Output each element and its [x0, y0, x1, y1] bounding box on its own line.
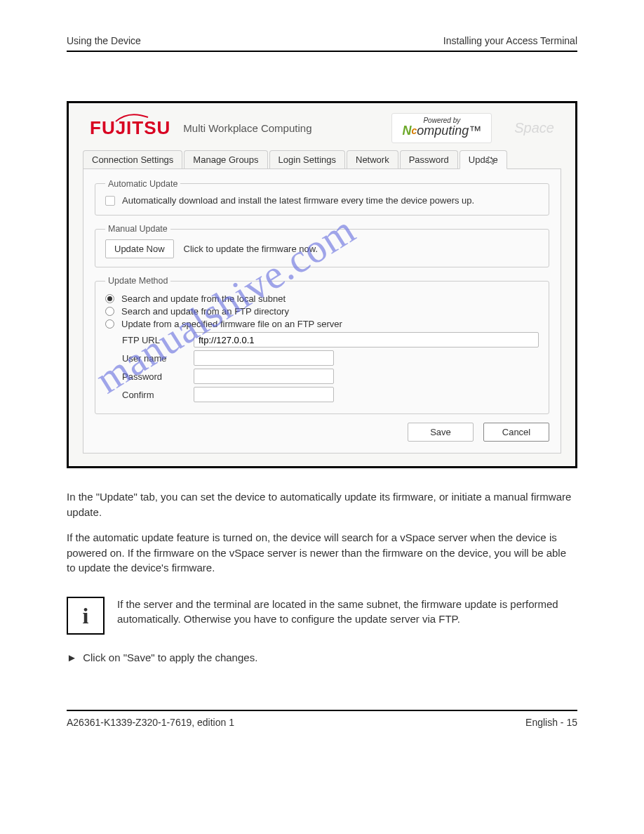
radio-ftp-file-label: Update from a specified firmware file on…	[121, 319, 342, 329]
footer-rule	[67, 710, 577, 711]
password-label: Password	[122, 371, 185, 382]
paragraph-2: If the automatic update feature is turne…	[67, 530, 577, 576]
ncomputing-badge: Powered by Ncomputing™	[391, 113, 492, 143]
auto-update-text: Automatically download and install the l…	[122, 194, 474, 207]
tab-network[interactable]: Network	[347, 150, 398, 168]
brand-row: FUJITSU Multi Workplace Computing Powere…	[83, 110, 561, 150]
ncomputing-text: omputing™	[417, 124, 481, 138]
password-input[interactable]	[194, 369, 334, 384]
save-button[interactable]: Save	[408, 423, 474, 442]
body-text: In the "Update" tab, you can set the dev…	[67, 489, 577, 576]
cursor-icon	[487, 155, 497, 167]
update-now-button[interactable]: Update Now	[105, 239, 174, 258]
confirm-input[interactable]	[194, 387, 334, 402]
paragraph-1: In the "Update" tab, you can set the dev…	[67, 489, 577, 520]
auto-update-checkbox[interactable]	[105, 196, 115, 206]
screenshot-frame: FUJITSU Multi Workplace Computing Powere…	[67, 101, 577, 468]
manual-update-text: Click to update the firmware now.	[184, 244, 318, 254]
tab-login-settings[interactable]: Login Settings	[269, 150, 345, 168]
tab-panel: Automatic Update Automatically download …	[83, 169, 561, 454]
last-line-text: Click on "Save" to apply the changes.	[83, 651, 257, 663]
username-label: User name	[122, 353, 185, 364]
header-left: Using the Device	[67, 35, 141, 46]
manual-update-group: Manual Update Update Now Click to update…	[95, 224, 549, 267]
space-ghost-text: Space	[514, 120, 554, 136]
cancel-button[interactable]: Cancel	[483, 423, 549, 442]
radio-local-subnet-label: Search and update from the local subnet	[121, 293, 286, 304]
footer-left: A26361-K1339-Z320-1-7619, edition 1	[67, 717, 234, 728]
fujitsu-logo: FUJITSU	[90, 117, 170, 139]
automatic-update-legend: Automatic Update	[105, 179, 180, 189]
header-rule	[67, 51, 577, 52]
info-icon: i	[67, 597, 105, 635]
tab-password[interactable]: Password	[400, 150, 458, 168]
brand-subtitle: Multi Workplace Computing	[183, 122, 311, 134]
fujitsu-swoosh-icon	[114, 113, 149, 123]
tab-update[interactable]: Update	[459, 150, 507, 169]
radio-local-subnet[interactable]	[105, 294, 114, 303]
tab-bar: Connection Settings Manage Groups Login …	[83, 150, 561, 169]
header-right: Installing your Access Terminal	[443, 35, 577, 46]
radio-ftp-file[interactable]	[105, 319, 114, 329]
update-method-group: Update Method Search and update from the…	[95, 276, 549, 414]
ftp-url-input[interactable]	[194, 332, 539, 348]
update-method-legend: Update Method	[105, 276, 170, 286]
last-line: ► Click on "Save" to apply the changes.	[67, 651, 577, 663]
info-text: If the server and the terminal are locat…	[117, 597, 577, 626]
ftp-url-label: FTP URL	[122, 335, 185, 345]
manual-update-legend: Manual Update	[105, 224, 170, 234]
radio-ftp-directory[interactable]	[105, 307, 114, 316]
footer-right: English - 15	[525, 717, 577, 728]
automatic-update-group: Automatic Update Automatically download …	[95, 179, 549, 216]
info-note: i If the server and the terminal are loc…	[67, 597, 577, 635]
username-input[interactable]	[194, 350, 334, 366]
radio-ftp-directory-label: Search and update from an FTP directory	[121, 306, 289, 317]
confirm-label: Confirm	[122, 390, 185, 400]
ncomputing-n-icon: N	[402, 124, 411, 138]
tab-manage-groups[interactable]: Manage Groups	[184, 150, 267, 168]
action-row: Save Cancel	[95, 423, 549, 442]
tab-connection-settings[interactable]: Connection Settings	[83, 150, 182, 168]
